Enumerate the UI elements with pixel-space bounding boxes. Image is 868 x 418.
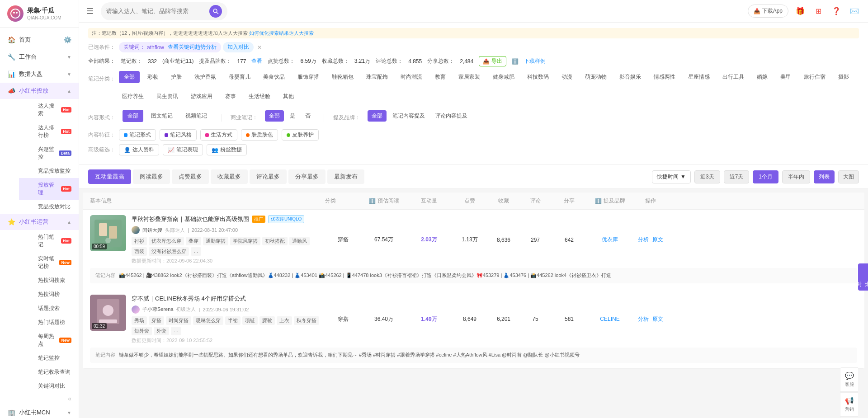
cat-tab-photography[interactable]: 摄影 [833, 71, 854, 83]
tag-outfit[interactable]: 穿搭 [149, 316, 164, 325]
cat-tab-marriage[interactable]: 婚嫁 [752, 71, 773, 83]
notice-link[interactable]: 如何优化搜索结果达人大搜索 [249, 30, 314, 36]
tag-short-jacket[interactable]: 短外套 [132, 327, 152, 335]
tag-commute[interactable]: 通勤穿搭 [203, 237, 228, 245]
sort-latest[interactable]: 最新发布 [327, 169, 364, 184]
time-1m-btn[interactable]: 1个月 [753, 170, 778, 183]
cat-tab-shoes[interactable]: 鞋靴箱包 [327, 71, 359, 83]
tag-jacket[interactable]: 外套 [154, 327, 169, 335]
tag-more[interactable]: … [191, 247, 201, 256]
row1-author-name[interactable]: 闰饼大嫂 [142, 227, 162, 234]
float-marketing-btn[interactable]: 📢 营销 [840, 392, 858, 417]
tag-suit[interactable]: 西装 [132, 247, 147, 256]
sidebar-sub-note-monitor[interactable]: 笔记监控 [19, 351, 79, 365]
sidebar-sub-topic-rank[interactable]: 热门话题榜 [19, 315, 79, 329]
cat-tab-constellation[interactable]: 星座情感 [683, 71, 715, 83]
cat-tab-entertainment[interactable]: 影音娱乐 [614, 71, 646, 83]
tag-autumn[interactable]: 初秋搭配 [262, 237, 288, 245]
search-input[interactable] [106, 8, 207, 14]
cat-tab-fashion[interactable]: 服饰穿搭 [292, 71, 324, 83]
cat-tab-pets[interactable]: 萌宠动物 [580, 71, 612, 83]
tag-necklace[interactable]: 项链 [242, 316, 258, 325]
sort-comments[interactable]: 评论最多 [250, 169, 287, 184]
sidebar-sub-topic-search[interactable]: 话题搜索 [19, 301, 79, 315]
compare-toggle-button[interactable]: 对比 [858, 263, 868, 291]
adv-notes-perf[interactable]: 📈 笔记表现 [163, 144, 203, 155]
tag-layering[interactable]: 叠穿 [186, 237, 201, 245]
brand-comments[interactable]: 评论内容提及 [431, 110, 472, 122]
sidebar-sub-note-query[interactable]: 笔记收录查询 [19, 365, 79, 379]
tag-uniqlo[interactable]: 优衣库怎么穿 [149, 237, 184, 245]
sidebar-sub-competitor-monitor[interactable]: 竞品投放监控 [19, 164, 79, 178]
tag-shirt[interactable]: 衬衫 [132, 237, 147, 245]
cat-tab-beauty[interactable]: 美甲 [775, 71, 796, 83]
cat-tab-trend[interactable]: 时尚潮流 [396, 71, 427, 83]
sort-likes[interactable]: 点赞最多 [172, 169, 209, 184]
sidebar-sub-ad-manage[interactable]: 投放管理 Hot [19, 178, 79, 200]
close-filter-icon[interactable]: ✕ [257, 44, 262, 51]
cat-tab-other[interactable]: 其他 [278, 90, 299, 103]
cat-tab-baby[interactable]: 母婴育儿 [224, 71, 255, 83]
info-icon-reads[interactable]: ℹ️ [369, 198, 376, 204]
sidebar-item-xhs-ops[interactable]: ⭐ 小红书运营 ▲ [0, 214, 79, 230]
tag-fashion-outfit[interactable]: 时尚穿搭 [166, 316, 191, 325]
search-button[interactable] [209, 5, 222, 18]
sort-share[interactable]: 分享最多 [288, 169, 326, 184]
sidebar-sub-hot-search[interactable]: 热搜词搜索 [19, 273, 79, 287]
adv-fans-data[interactable]: 👥 粉丝数据 [207, 144, 247, 155]
view-grid-btn[interactable]: 大图 [838, 170, 859, 183]
tag-fall-winter[interactable]: 秋冬穿搭 [294, 316, 319, 325]
cat-tab-emotions[interactable]: 情感两性 [649, 71, 680, 83]
view-list-btn[interactable]: 列表 [814, 170, 835, 183]
download-sample-link[interactable]: 下载样例 [524, 57, 546, 65]
time-3d-btn[interactable]: 近3天 [694, 170, 720, 183]
sidebar-sub-hot-rank[interactable]: 热搜词榜 [19, 287, 79, 301]
cat-tab-events[interactable]: 赛事 [220, 90, 241, 103]
float-customer-btn[interactable]: 💬 客服 [840, 367, 858, 392]
question-icon-button[interactable]: ❓ [830, 5, 843, 18]
tag-boots[interactable]: 踝靴 [259, 316, 275, 325]
sidebar-sub-competitor-compare[interactable]: 竞品投放对比 [19, 200, 79, 214]
content-type-video[interactable]: 视频笔记 [180, 110, 212, 122]
adv-influencer[interactable]: 👤 达人资料 [119, 144, 159, 155]
brand-notes[interactable]: 笔记内容提及 [388, 110, 429, 122]
content-type-graphic[interactable]: 图文笔记 [146, 110, 178, 122]
brands-link[interactable]: 查看 [251, 57, 262, 65]
cat-tab-games[interactable]: 游戏应用 [186, 90, 217, 103]
char-skin-care[interactable]: 皮肤养护 [282, 129, 319, 141]
row2-original-link[interactable]: 原文 [652, 315, 663, 323]
cat-tab-tech[interactable]: 科技数码 [522, 71, 554, 83]
row1-analyze-link[interactable]: 分析 [638, 236, 649, 244]
char-lifestyle[interactable]: 生活方式 [200, 129, 237, 141]
sidebar-item-workbench[interactable]: 🔧 工作台 ▼ [0, 48, 79, 66]
brand-all[interactable]: 全部 [368, 110, 387, 122]
tag-skirt[interactable]: 半裙 [225, 316, 241, 325]
commercial-yes[interactable]: 是 [286, 110, 299, 122]
cat-tab-education[interactable]: 教育 [430, 71, 451, 83]
cat-tab-travel[interactable]: 旅行住宿 [799, 71, 830, 83]
commercial-all[interactable]: 全部 [265, 110, 284, 122]
row2-thumbnail[interactable]: 02:32 [90, 295, 126, 331]
sort-reads[interactable]: 阅读最多 [133, 169, 170, 184]
cat-tab-skincare[interactable]: 护肤 [166, 71, 187, 83]
cat-tab-food[interactable]: 美食饮品 [258, 71, 290, 83]
content-type-all[interactable]: 全部 [123, 110, 143, 122]
row2-analyze-link[interactable]: 分析 [638, 315, 649, 323]
tag-school[interactable]: 学院风穿搭 [230, 237, 260, 245]
email-icon-button[interactable]: ✉️ [848, 5, 861, 18]
info-icon-brand[interactable]: ℹ️ [595, 198, 602, 204]
cat-tab-jewelry[interactable]: 珠宝配饰 [361, 71, 393, 83]
sidebar-item-mcn[interactable]: 🏢 小红书MCN ▼ [0, 404, 79, 418]
char-form[interactable]: 笔记形式 [119, 129, 156, 141]
tag-top[interactable]: 上衣 [277, 316, 292, 325]
sidebar-item-home[interactable]: 🏠 首页 ⚙️ [0, 31, 79, 48]
cat-tab-home[interactable]: 家居家装 [453, 71, 485, 83]
gift-icon-button[interactable]: 🎁 [794, 5, 807, 18]
sidebar-item-xhs-ads[interactable]: 📣 小红书投放 ▲ [0, 83, 79, 99]
keyword-trend-link[interactable]: 查看关键词趋势分析 [168, 43, 217, 51]
tag-commute2[interactable]: 通勤风 [289, 237, 310, 245]
commercial-no[interactable]: 否 [301, 110, 315, 122]
sidebar-collapse[interactable]: « [0, 393, 79, 404]
cat-tab-all[interactable]: 全部 [119, 71, 140, 83]
sidebar-sub-influencer-rank[interactable]: 达人排行榜 Hot [19, 121, 79, 142]
